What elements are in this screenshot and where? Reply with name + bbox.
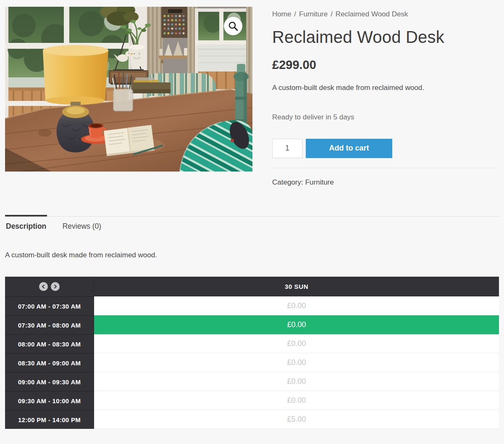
booking-nav bbox=[5, 277, 94, 296]
product-image bbox=[5, 7, 252, 172]
slot-time-label: 07:30 AM - 08:00 AM bbox=[5, 315, 94, 334]
breadcrumb-separator: / bbox=[294, 10, 296, 18]
day-header: 30 SUN bbox=[94, 277, 499, 296]
slot-time-label: 09:00 AM - 09:30 AM bbox=[5, 372, 94, 391]
slot-time-label: 07:00 AM - 07:30 AM bbox=[5, 296, 94, 315]
availability-text: Ready to deliver in 5 days bbox=[272, 113, 499, 122]
image-zoom-button[interactable] bbox=[224, 17, 242, 35]
slot-price-cell-selected[interactable]: £0.00 bbox=[94, 315, 499, 334]
slot-time-label: 09:30 AM - 10:00 AM bbox=[5, 391, 94, 410]
slot-time-label: 12:00 PM - 14:00 PM bbox=[5, 410, 94, 429]
breadcrumb-current: Reclaimed Wood Desk bbox=[336, 10, 408, 18]
slot-time-label: 08:00 AM - 08:30 AM bbox=[5, 334, 94, 353]
category-link[interactable]: Furniture bbox=[305, 178, 334, 186]
booking-table: 30 SUN 07:00 AM - 07:30 AM£0.0007:30 AM … bbox=[5, 277, 499, 429]
curtain-right bbox=[246, 7, 252, 96]
product-page: Home/Furniture/Reclaimed Wood Desk Recla… bbox=[0, 0, 504, 444]
description-text: A custom-built desk made from reclaimed … bbox=[5, 250, 499, 260]
divider bbox=[272, 168, 499, 168]
breadcrumb: Home/Furniture/Reclaimed Wood Desk bbox=[272, 10, 499, 18]
pegboard-art bbox=[161, 7, 188, 38]
slot-price-cell[interactable]: £0.00 bbox=[94, 372, 499, 391]
chevron-left-icon bbox=[41, 284, 46, 289]
slot-price-cell[interactable]: £5.00 bbox=[94, 410, 499, 429]
desk-photo-scene bbox=[5, 7, 252, 172]
chevron-right-icon bbox=[53, 284, 58, 289]
breadcrumb-link-home[interactable]: Home bbox=[272, 10, 291, 18]
short-description: A custom-built desk made from reclaimed … bbox=[272, 83, 499, 92]
tab-reviews[interactable]: Reviews (0) bbox=[62, 215, 102, 231]
category-row: Category:Furniture bbox=[272, 178, 499, 187]
add-to-cart-row: Add to cart bbox=[272, 139, 499, 158]
next-day-button[interactable] bbox=[51, 282, 60, 291]
product-details: Description Reviews (0) A custom-built d… bbox=[5, 215, 499, 429]
slot-price-cell[interactable]: £0.00 bbox=[94, 296, 499, 315]
add-to-cart-button[interactable]: Add to cart bbox=[306, 139, 392, 158]
slot-time-label: 08:30 AM - 09:00 AM bbox=[5, 353, 94, 372]
product-summary: Home/Furniture/Reclaimed Wood Desk Recla… bbox=[272, 7, 499, 187]
tabs: Description Reviews (0) bbox=[5, 215, 499, 239]
breadcrumb-link-furniture[interactable]: Furniture bbox=[299, 10, 328, 18]
quantity-input[interactable] bbox=[272, 139, 302, 158]
slot-price-cell[interactable]: £0.00 bbox=[94, 391, 499, 410]
breadcrumb-separator: / bbox=[331, 10, 333, 18]
prev-day-button[interactable] bbox=[39, 282, 48, 291]
product-price: £299.00 bbox=[272, 58, 499, 72]
tab-description[interactable]: Description bbox=[5, 215, 47, 231]
category-label: Category: bbox=[272, 178, 303, 186]
slot-price-cell[interactable]: £0.00 bbox=[94, 353, 499, 372]
page-title: Reclaimed Wood Desk bbox=[272, 28, 499, 47]
magnifier-icon bbox=[228, 21, 239, 32]
slot-price-cell[interactable]: £0.00 bbox=[94, 334, 499, 353]
